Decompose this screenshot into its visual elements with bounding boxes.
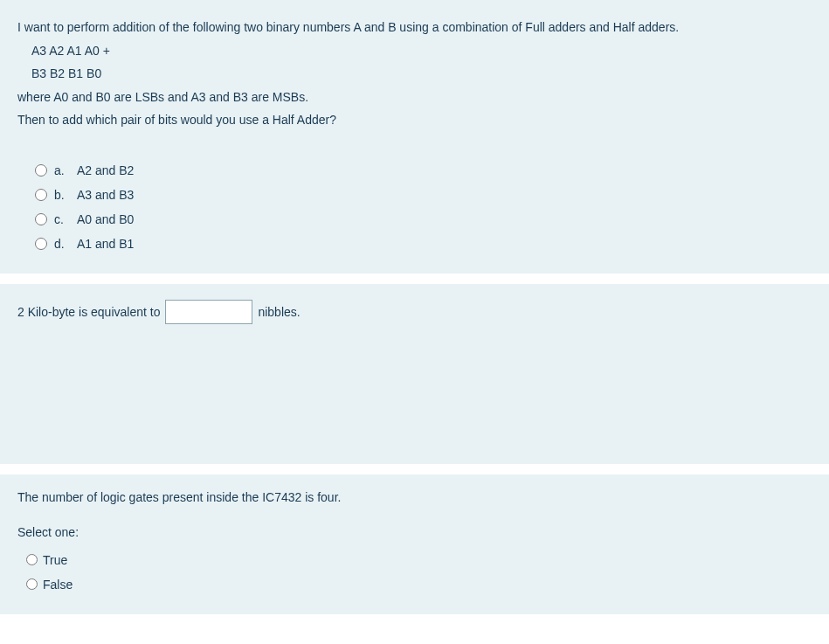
option-false[interactable]: False <box>26 572 812 597</box>
question-2: 2 Kilo-byte is equivalent to nibbles. <box>0 284 829 464</box>
option-c[interactable]: c. A0 and B0 <box>35 207 812 232</box>
option-d-text: A1 and B1 <box>77 232 134 256</box>
q3-options: True False <box>17 548 812 597</box>
option-true-text: True <box>43 548 67 572</box>
q1-line5: Then to add which pair of bits would you… <box>17 108 812 132</box>
option-c-radio[interactable] <box>35 213 47 225</box>
question-1-options: a. A2 and B2 b. A3 and B3 c. A0 and B0 d… <box>17 158 812 256</box>
option-false-radio[interactable] <box>26 578 38 590</box>
option-d[interactable]: d. A1 and B1 <box>35 232 812 256</box>
q3-select-label: Select one: <box>17 525 812 539</box>
question-2-row: 2 Kilo-byte is equivalent to nibbles. <box>17 300 812 324</box>
q3-prompt: The number of logic gates present inside… <box>17 490 812 504</box>
option-b-letter: b. <box>54 183 70 207</box>
option-b-radio[interactable] <box>35 189 47 201</box>
q2-after-text: nibbles. <box>258 305 300 319</box>
option-c-letter: c. <box>54 207 70 232</box>
question-3: The number of logic gates present inside… <box>0 474 829 614</box>
option-b[interactable]: b. A3 and B3 <box>35 183 812 207</box>
option-a-text: A2 and B2 <box>77 158 134 183</box>
q2-answer-input[interactable] <box>165 300 252 324</box>
question-1-text: I want to perform addition of the follow… <box>17 16 812 132</box>
option-true[interactable]: True <box>26 548 812 572</box>
q2-before-text: 2 Kilo-byte is equivalent to <box>17 305 160 319</box>
q1-line2: A3 A2 A1 A0 + <box>17 39 812 63</box>
option-true-radio[interactable] <box>26 554 38 565</box>
q1-line1: I want to perform addition of the follow… <box>17 16 812 39</box>
option-a-letter: a. <box>54 158 70 183</box>
option-false-text: False <box>43 572 73 597</box>
option-c-text: A0 and B0 <box>77 207 134 232</box>
question-1: I want to perform addition of the follow… <box>0 0 829 274</box>
option-d-radio[interactable] <box>35 238 47 250</box>
q1-line4: where A0 and B0 are LSBs and A3 and B3 a… <box>17 86 812 109</box>
option-a[interactable]: a. A2 and B2 <box>35 158 812 183</box>
option-d-letter: d. <box>54 232 70 256</box>
q1-line3: B3 B2 B1 B0 <box>17 62 812 86</box>
option-a-radio[interactable] <box>35 164 47 177</box>
option-b-text: A3 and B3 <box>77 183 134 207</box>
